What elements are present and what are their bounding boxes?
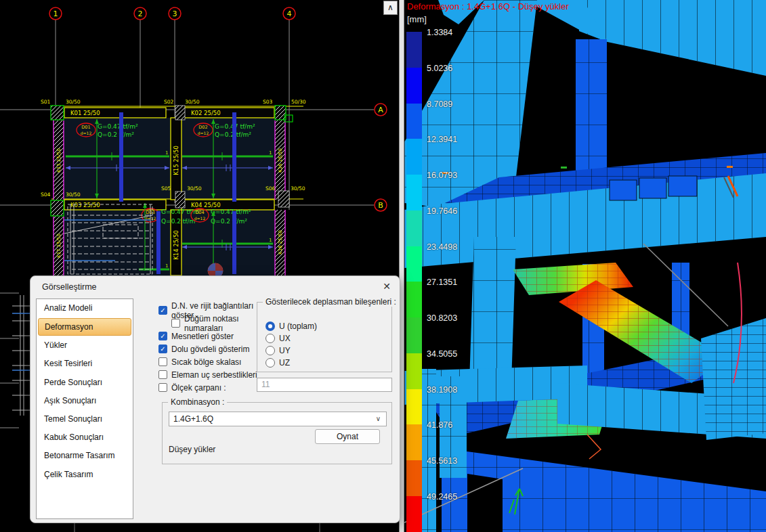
svg-text:B: B bbox=[378, 201, 383, 210]
legend-entry: 34.5055 bbox=[406, 353, 542, 389]
col-label-s06: S06 bbox=[265, 185, 276, 192]
wall-label-left-lower: K17 25/50 bbox=[56, 234, 62, 258]
checkbox-icon[interactable]: ✓ bbox=[158, 306, 167, 315]
legend-value: 12.3941 bbox=[427, 135, 457, 144]
radio-icon[interactable] bbox=[265, 358, 275, 368]
color-scale-legend: 1.3384 5.0236 8.7089 12.3941 16.0793 19.… bbox=[406, 32, 542, 532]
legend-swatch bbox=[406, 496, 422, 532]
legend-entry: 49.2465 bbox=[406, 496, 542, 532]
checkbox-icon[interactable]: ✓ bbox=[158, 332, 167, 340]
legend-entry: 1.3384 bbox=[406, 32, 542, 68]
nav-item-temel-sonuclari[interactable]: Temel Sonuçları bbox=[37, 410, 133, 428]
axis-bubble-A: A bbox=[375, 104, 387, 116]
checkbox-dolu-govdeli[interactable]: ✓ Dolu gövdeli gösterim bbox=[158, 342, 260, 355]
svg-text:G=0.47 tf/m: G=0.47 tf/m bbox=[161, 208, 199, 215]
svg-text:G=0.47 tf/m²: G=0.47 tf/m² bbox=[98, 123, 138, 130]
legend-value: 30.8203 bbox=[427, 313, 457, 323]
svg-text:3: 3 bbox=[173, 9, 177, 18]
legend-swatch bbox=[406, 282, 422, 317]
checkbox-dugum-numaralari[interactable]: Düğüm noktası numaraları bbox=[158, 317, 260, 330]
legend-swatch bbox=[406, 460, 422, 496]
beam-label-k04: K04 25/50 bbox=[191, 202, 221, 208]
nav-item-analiz-modeli[interactable]: Analiz Modeli bbox=[37, 299, 133, 317]
scale-factor-input[interactable]: 11 bbox=[257, 378, 392, 392]
col-label-s05: S05 bbox=[161, 185, 171, 192]
legend-value: 38.1908 bbox=[427, 384, 457, 394]
radio-icon[interactable] bbox=[265, 322, 275, 331]
radio-label: UZ bbox=[279, 358, 290, 368]
beam-label-k15: K15 25/50 bbox=[173, 146, 179, 175]
legend-entry: 16.0793 bbox=[406, 175, 542, 210]
load-case-label: Düşey yükler bbox=[169, 445, 215, 454]
svg-text:4: 4 bbox=[287, 9, 292, 18]
svg-text:Q=0.2 tf/m²: Q=0.2 tf/m² bbox=[211, 218, 247, 225]
checkbox-icon[interactable] bbox=[158, 383, 167, 392]
legend-value: 16.0793 bbox=[427, 171, 457, 180]
nav-item-perde-sonuclari[interactable]: Perde Sonuçları bbox=[37, 374, 133, 392]
svg-text:Q=0.2 tf/m²: Q=0.2 tf/m² bbox=[98, 131, 134, 138]
radio-uy[interactable]: UY bbox=[265, 346, 291, 355]
radio-icon[interactable] bbox=[265, 334, 275, 343]
checkbox-icon[interactable] bbox=[158, 370, 167, 379]
checkbox-icon[interactable] bbox=[158, 357, 167, 366]
radio-icon[interactable] bbox=[265, 346, 275, 355]
nav-item-asik-sonuclari[interactable]: Aşık Sonuçları bbox=[37, 392, 133, 410]
dim-label: 30/50 bbox=[66, 99, 81, 105]
checkbox-sicak-bolge[interactable]: Sıcak bölge skalası bbox=[158, 355, 260, 368]
legend-unit: [mm] bbox=[407, 14, 427, 24]
nav-item-yukler[interactable]: Yükler bbox=[37, 336, 133, 355]
legend-swatch bbox=[406, 139, 422, 175]
legend-entry: 45.5613 bbox=[406, 460, 542, 496]
svg-text:d=12: d=12 bbox=[198, 131, 209, 135]
radio-label: UX bbox=[279, 334, 291, 343]
svg-text:G=0.47 tf/m²: G=0.47 tf/m² bbox=[211, 208, 251, 215]
beam-label-k02: K02 25/50 bbox=[191, 110, 221, 116]
combination-value: 1.4G+1.6Q bbox=[173, 414, 213, 424]
radio-label: UY bbox=[279, 346, 291, 355]
dim-label: 30/50 bbox=[66, 192, 81, 198]
legend-entry: 41.876 bbox=[406, 424, 542, 460]
nav-item-kesit-tesirleri[interactable]: Kesit Tesirleri bbox=[37, 355, 133, 373]
span-mark: 1 bbox=[269, 238, 272, 243]
combination-select[interactable]: 1.4G+1.6Q ∨ bbox=[169, 412, 387, 426]
svg-text:2: 2 bbox=[138, 9, 143, 18]
wall-label-right-lower: K18 25/50 bbox=[278, 230, 283, 254]
legend-swatch bbox=[406, 317, 422, 353]
legend-value: 8.7089 bbox=[427, 99, 452, 108]
checkbox-label: Mesnetleri göster bbox=[171, 332, 234, 341]
legend-entry: 30.8203 bbox=[406, 317, 542, 353]
checkbox-olcek-carpani[interactable]: Ölçek çarpanı : bbox=[158, 381, 260, 394]
radio-u-toplam[interactable]: U (toplam) bbox=[265, 322, 317, 331]
beam-label-k01: K01 25/50 bbox=[70, 110, 100, 116]
app-window: 1 2 3 4 A B K01 25/50 K02 25/50 bbox=[0, 0, 766, 532]
legend-value: 27.1351 bbox=[427, 278, 457, 287]
svg-text:A: A bbox=[378, 106, 383, 114]
dim-label: 30/50 bbox=[185, 99, 200, 105]
legend-value: 49.2465 bbox=[427, 492, 457, 502]
svg-text:D04: D04 bbox=[195, 210, 204, 215]
checkbox-icon[interactable] bbox=[171, 319, 180, 328]
radio-label: U (toplam) bbox=[279, 322, 317, 331]
legend-value: 1.3384 bbox=[427, 28, 452, 37]
checkbox-icon[interactable]: ✓ bbox=[158, 345, 167, 353]
checkbox-label: Dolu gövdeli gösterim bbox=[171, 345, 249, 354]
legend-swatch bbox=[406, 389, 422, 425]
nav-item-kabuk-sonuclari[interactable]: Kabuk Sonuçları bbox=[37, 428, 133, 447]
beam-label-k14: K14 25/50 bbox=[173, 230, 179, 260]
svg-text:1: 1 bbox=[54, 9, 58, 18]
play-button[interactable]: Oynat bbox=[315, 429, 380, 444]
nav-item-deformasyon[interactable]: Deformasyon bbox=[38, 318, 131, 336]
checkbox-eleman-uc[interactable]: Eleman uç serbestlikleri bbox=[158, 368, 260, 381]
radio-uz[interactable]: UZ bbox=[265, 358, 290, 368]
legend-entry: 8.7089 bbox=[406, 104, 542, 139]
legend-value: 34.5055 bbox=[427, 349, 457, 359]
nav-item-celik-tasarim[interactable]: Çelik Tasarım bbox=[37, 466, 133, 484]
nav-item-betonarme-tasarim[interactable]: Betonarme Tasarım bbox=[37, 447, 133, 465]
radio-ux[interactable]: UX bbox=[265, 334, 291, 343]
visualization-dialog: Görselleştirme ✕ Analiz Modeli Deformasy… bbox=[30, 275, 400, 523]
close-icon[interactable]: ✕ bbox=[383, 281, 391, 292]
svg-text:d=12: d=12 bbox=[194, 216, 206, 221]
dialog-nav-list: Analiz Modeli Deformasyon Yükler Kesit T… bbox=[36, 298, 133, 519]
collapse-panel-button[interactable]: ∧ bbox=[383, 1, 398, 15]
legend-entry: 23.4498 bbox=[406, 246, 542, 282]
